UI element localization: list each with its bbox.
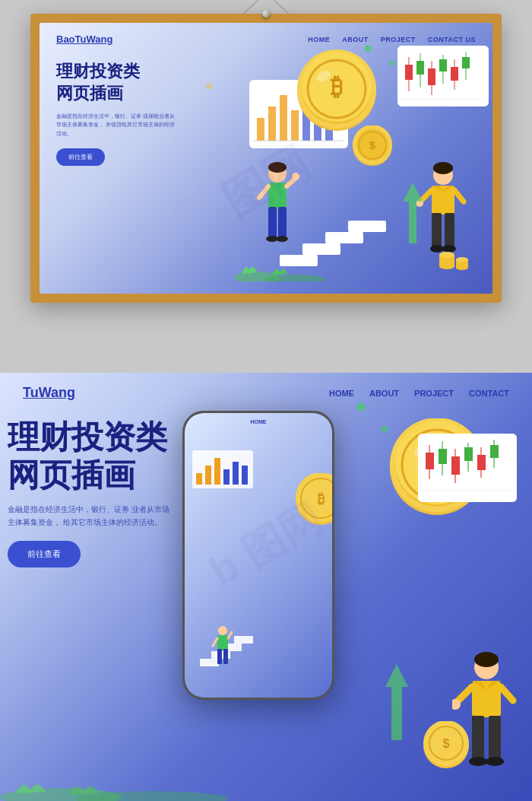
svg-rect-91 (242, 466, 248, 485)
svg-point-52 (276, 236, 288, 242)
hero-title-top: 理财投资类 网页插画 (56, 61, 208, 104)
svg-rect-29 (416, 61, 424, 75)
svg-rect-87 (205, 466, 211, 485)
hero-content-top: 理财投资类 网页插画 金融是指在经济生活中，银行、证券 或保险业者从市场主体募集… (56, 61, 208, 166)
cta-button-top[interactable]: 前往查看 (56, 148, 105, 166)
svg-rect-84 (223, 649, 228, 664)
illustration-area-top: ₿ $ (234, 38, 492, 281)
svg-rect-80 (217, 635, 228, 650)
hero-desc-bottom: 金融是指在经济生活中，银行、证券 业者从市场主体募集资金， 给其它市场主体的经济… (8, 503, 175, 529)
svg-rect-88 (214, 458, 220, 485)
svg-text:₿: ₿ (318, 491, 325, 507)
svg-point-48 (292, 173, 299, 180)
top-picture-frame: BaoTuWang HOME ABOUT PROJECT CONTACT US … (30, 14, 502, 303)
svg-marker-134 (385, 664, 408, 740)
svg-rect-126 (472, 716, 484, 760)
cta-button-bottom[interactable]: 前往查看 (8, 541, 81, 567)
svg-line-61 (454, 190, 464, 202)
svg-rect-6 (268, 106, 276, 141)
svg-rect-41 (325, 232, 363, 243)
svg-rect-50 (278, 207, 287, 237)
svg-point-129 (486, 757, 504, 766)
phone-mockup: HOME (182, 411, 334, 700)
frame-inner-content: BaoTuWang HOME ABOUT PROJECT CONTACT US … (40, 23, 492, 294)
svg-rect-83 (217, 649, 222, 664)
svg-rect-40 (302, 243, 340, 255)
svg-rect-89 (223, 469, 230, 485)
svg-rect-62 (432, 213, 442, 247)
nav-about-bottom[interactable]: ABOUT (369, 389, 399, 398)
svg-rect-115 (490, 445, 499, 458)
nav-about-top[interactable]: ABOUT (342, 36, 369, 43)
nail (262, 10, 270, 17)
svg-rect-45 (268, 183, 287, 209)
svg-rect-127 (489, 716, 501, 760)
svg-point-69 (439, 252, 454, 258)
phone-screen: HOME (185, 413, 332, 698)
svg-rect-42 (348, 221, 386, 232)
small-coin-top: $ (352, 126, 394, 167)
nav-home-top[interactable]: HOME (308, 36, 330, 43)
phone-home-label: HOME (251, 419, 267, 424)
person-left-top (253, 160, 302, 259)
svg-text:$: $ (369, 139, 375, 151)
ground-bottom (0, 771, 228, 801)
nav-home-bottom[interactable]: HOME (329, 389, 354, 398)
svg-marker-66 (403, 183, 423, 243)
svg-rect-37 (462, 57, 470, 68)
hero-desc-top: 金融是指在经济生活中，银行、证券 或保险业者从市场主体募集资金， 并借贷给其它市… (56, 112, 178, 138)
small-coin-bottom-right: $ (422, 721, 471, 771)
svg-point-128 (469, 757, 487, 766)
svg-rect-35 (451, 67, 458, 81)
gold-stacks-top (435, 247, 473, 270)
svg-rect-27 (405, 65, 413, 80)
svg-point-118 (474, 652, 499, 667)
nav-logo-top: BaoTuWang (56, 33, 112, 45)
svg-rect-78 (234, 636, 253, 644)
svg-point-72 (456, 257, 468, 262)
svg-rect-5 (257, 118, 264, 141)
svg-rect-56 (432, 186, 454, 215)
svg-rect-31 (428, 68, 435, 85)
svg-point-79 (218, 626, 227, 635)
big-coin-top: ₿ (295, 49, 378, 133)
svg-rect-120 (472, 681, 501, 717)
nav-links-bottom: HOME ABOUT PROJECT CONTACT (329, 389, 509, 398)
svg-line-47 (287, 179, 295, 186)
svg-line-82 (228, 632, 232, 638)
svg-rect-86 (196, 473, 202, 485)
svg-rect-105 (426, 453, 434, 469)
svg-rect-90 (233, 462, 239, 485)
bottom-section: TuWang HOME ABOUT PROJECT CONTACT 理财投资类 … (0, 373, 532, 801)
nav-project-bottom[interactable]: PROJECT (414, 389, 454, 398)
arrow-up-bottom (384, 664, 410, 740)
arrow-up-top (401, 183, 424, 243)
svg-rect-63 (445, 213, 454, 247)
svg-rect-49 (268, 207, 277, 237)
svg-text:$: $ (443, 737, 450, 750)
nav-bar-top: BaoTuWang HOME ABOUT PROJECT CONTACT US (40, 23, 492, 45)
svg-rect-113 (477, 455, 486, 470)
svg-rect-33 (439, 59, 447, 72)
frame-wood-border: BaoTuWang HOME ABOUT PROJECT CONTACT US … (30, 14, 502, 303)
ground-left-top (234, 259, 340, 281)
nav-project-top[interactable]: PROJECT (381, 36, 416, 43)
nav-links-top: HOME ABOUT PROJECT CONTACT US (308, 36, 476, 43)
svg-line-125 (501, 687, 513, 701)
hero-title-bottom: 理财投资类 网页插画 (8, 418, 175, 495)
svg-text:₿: ₿ (331, 73, 343, 100)
svg-rect-107 (439, 449, 447, 464)
svg-line-123 (457, 687, 472, 702)
deco-bottom-1 (356, 402, 366, 412)
svg-rect-109 (451, 456, 460, 475)
nav-contact-bottom[interactable]: CONTACT (469, 389, 509, 398)
nav-contact-top[interactable]: CONTACT US (428, 36, 476, 43)
webpage-top: BaoTuWang HOME ABOUT PROJECT CONTACT US … (40, 23, 492, 294)
nav-logo-bottom: TuWang (23, 385, 75, 401)
hero-content-bottom: 理财投资类 网页插画 金融是指在经济生活中，银行、证券 业者从市场主体募集资金，… (8, 418, 175, 567)
svg-rect-7 (280, 95, 287, 141)
svg-line-46 (259, 186, 268, 198)
svg-point-44 (268, 162, 287, 173)
svg-point-54 (433, 162, 453, 174)
phone-nav: HOME (185, 413, 332, 428)
